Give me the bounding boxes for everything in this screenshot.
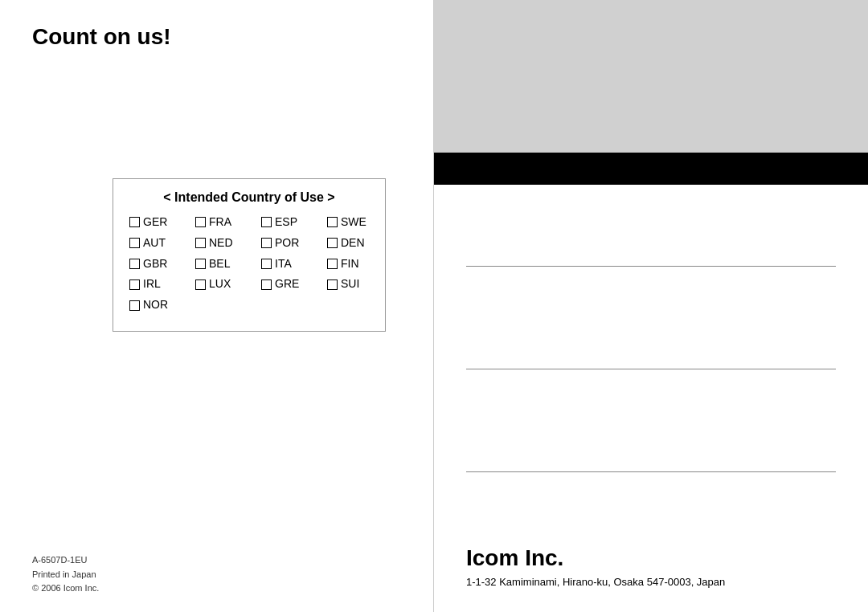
country-item-ita: ITA <box>261 255 317 274</box>
country-code-swe: SWE <box>341 213 366 232</box>
checkbox-sui <box>327 279 338 290</box>
checkbox-gre <box>261 279 272 290</box>
page-heading: Count on us! <box>32 24 409 50</box>
country-item-gbr: GBR <box>129 255 186 274</box>
country-code-ned: NED <box>209 234 233 253</box>
checkbox-esp <box>261 217 272 227</box>
left-panel: Count on us! < Intended Country of Use >… <box>0 0 434 612</box>
divider-1 <box>466 266 836 267</box>
country-item-sui: SUI <box>327 275 383 294</box>
checkbox-aut <box>129 238 140 248</box>
checkbox-gbr <box>129 259 140 269</box>
checkbox-den <box>327 238 338 248</box>
country-item-aut: AUT <box>129 234 186 253</box>
country-item-ger: GER <box>129 213 186 232</box>
country-item-nor: NOR <box>129 296 186 315</box>
right-panel: Icom Inc. 1-1-32 Kamiminami, Hirano-ku, … <box>434 0 868 612</box>
gray-image-block <box>434 0 868 153</box>
country-item-por: POR <box>261 234 317 253</box>
checkbox-ita <box>261 259 272 269</box>
country-code-irl: IRL <box>143 275 161 294</box>
country-code-ita: ITA <box>275 255 292 274</box>
country-code-por: POR <box>275 234 299 253</box>
checkbox-ned <box>195 238 206 248</box>
print-line1: A-6507D-1EU <box>32 553 99 568</box>
black-bar <box>434 153 868 185</box>
print-info: A-6507D-1EU Printed in Japan © 2006 Icom… <box>32 553 99 596</box>
country-row-2: AUT NED POR DEN <box>129 234 369 253</box>
country-code-bel: BEL <box>209 255 230 274</box>
checkbox-nor <box>129 300 140 311</box>
checkbox-fin <box>327 259 338 269</box>
country-code-ger: GER <box>143 213 167 232</box>
company-name: Icom Inc. <box>466 545 836 571</box>
country-code-nor: NOR <box>143 296 168 315</box>
country-code-lux: LUX <box>209 275 231 294</box>
country-code-gre: GRE <box>275 275 299 294</box>
country-item-ned: NED <box>195 234 252 253</box>
country-row-5: NOR <box>129 296 369 315</box>
country-code-aut: AUT <box>143 234 166 253</box>
country-item-gre: GRE <box>261 275 317 294</box>
country-code-fin: FIN <box>341 255 359 274</box>
country-row-4: IRL LUX GRE SUI <box>129 275 369 294</box>
country-item-irl: IRL <box>129 275 186 294</box>
print-line2: Printed in Japan <box>32 568 99 582</box>
country-box-title: < Intended Country of Use > <box>129 190 369 205</box>
checkbox-lux <box>195 279 206 290</box>
company-info: Icom Inc. 1-1-32 Kamiminami, Hirano-ku, … <box>434 529 868 612</box>
checkbox-fra <box>195 217 206 227</box>
divider-3 <box>466 471 836 472</box>
country-row-1: GER FRA ESP SWE <box>129 213 369 232</box>
checkbox-swe <box>327 217 338 227</box>
checkbox-bel <box>195 259 206 269</box>
country-row-3: GBR BEL ITA FIN <box>129 255 369 274</box>
country-code-sui: SUI <box>341 275 359 294</box>
divider-2 <box>466 369 836 369</box>
company-address: 1-1-32 Kamiminami, Hirano-ku, Osaka 547-… <box>466 576 836 588</box>
country-item-fra: FRA <box>195 213 252 232</box>
country-item-esp: ESP <box>261 213 317 232</box>
print-line3: © 2006 Icom Inc. <box>32 581 99 596</box>
page-container: Count on us! < Intended Country of Use >… <box>0 0 868 612</box>
checkbox-irl <box>129 279 140 290</box>
checkbox-por <box>261 238 272 248</box>
country-code-esp: ESP <box>275 213 297 232</box>
country-item-den: DEN <box>327 234 383 253</box>
country-code-fra: FRA <box>209 213 231 232</box>
checkbox-ger <box>129 217 140 227</box>
country-code-den: DEN <box>341 234 365 253</box>
country-item-lux: LUX <box>195 275 252 294</box>
country-item-swe: SWE <box>327 213 383 232</box>
country-of-use-box: < Intended Country of Use > GER FRA ESP <box>113 178 386 332</box>
country-code-gbr: GBR <box>143 255 167 274</box>
country-grid: GER FRA ESP SWE <box>129 213 369 315</box>
country-item-fin: FIN <box>327 255 383 274</box>
country-item-bel: BEL <box>195 255 252 274</box>
bottom-left-info: A-6507D-1EU Printed in Japan © 2006 Icom… <box>32 553 99 596</box>
